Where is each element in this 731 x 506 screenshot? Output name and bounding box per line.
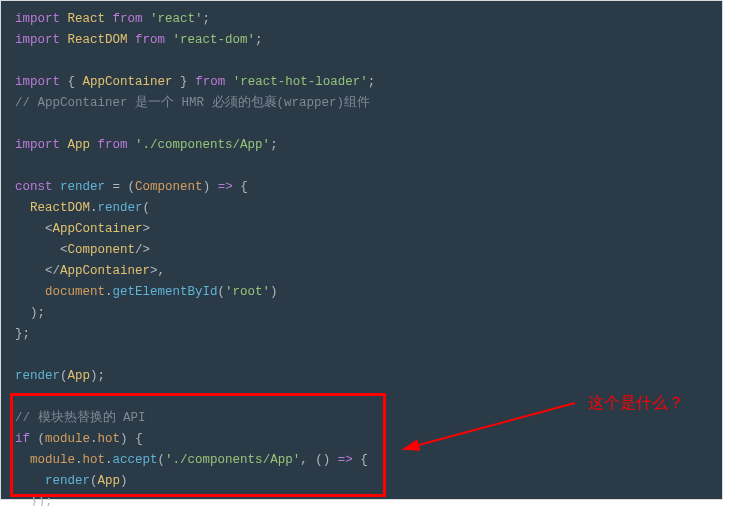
code-token: 'react-dom' (173, 33, 256, 47)
code-token: render (15, 369, 60, 383)
code-token: import (15, 75, 60, 89)
annotation-text: 这个是什么？ (588, 393, 684, 414)
code-token: 'root' (225, 285, 270, 299)
code-token: 'react-hot-loader' (233, 75, 368, 89)
code-token: render (60, 180, 105, 194)
code-token: import (15, 33, 60, 47)
code-editor[interactable]: import React from 'react'; import ReactD… (0, 0, 723, 500)
code-token: Component (68, 243, 136, 257)
code-token: from (135, 33, 165, 47)
code-token: AppContainer (60, 264, 150, 278)
code-token: render (98, 201, 143, 215)
code-token: ReactDOM (30, 201, 90, 215)
code-token: from (113, 12, 143, 26)
code-token: if (15, 432, 30, 446)
code-token: AppContainer (53, 222, 143, 236)
code-token: import (15, 12, 60, 26)
code-token: hot (98, 432, 121, 446)
code-token: App (68, 138, 91, 152)
code-comment: // 模块热替换的 API (15, 411, 146, 425)
code-token: const (15, 180, 53, 194)
code-token: module (30, 453, 75, 467)
code-token: document (45, 285, 105, 299)
code-token: from (195, 75, 225, 89)
code-token: './components/App' (135, 138, 270, 152)
code-token: from (98, 138, 128, 152)
code-token: './components/App' (165, 453, 300, 467)
code-token: render (45, 474, 90, 488)
code-token: hot (83, 453, 106, 467)
code-token: accept (113, 453, 158, 467)
code-token: module (45, 432, 90, 446)
code-token: App (98, 474, 121, 488)
code-token: getElementById (113, 285, 218, 299)
code-token: import (15, 138, 60, 152)
code-token: Component (135, 180, 203, 194)
code-token: React (68, 12, 106, 26)
code-token: ReactDOM (68, 33, 128, 47)
code-comment: // AppContainer 是一个 HMR 必须的包裹(wrapper)组件 (15, 96, 370, 110)
code-token: AppContainer (83, 75, 173, 89)
code-token: App (68, 369, 91, 383)
code-token: 'react' (150, 12, 203, 26)
